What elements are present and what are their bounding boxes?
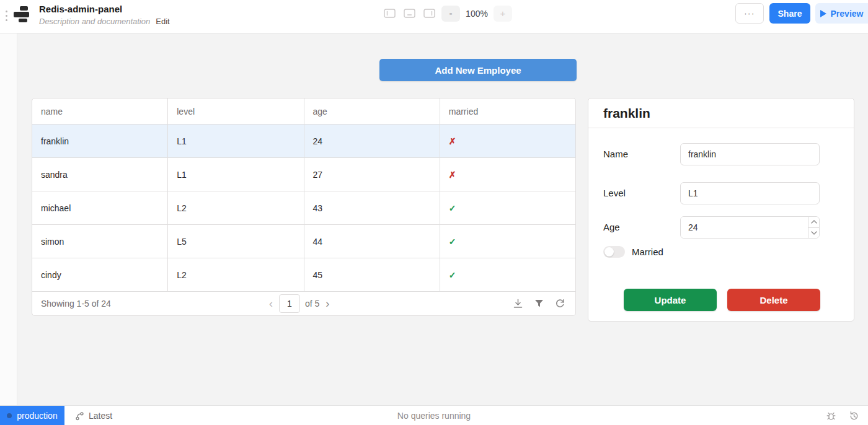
married-indicator: ✗ [449,170,456,180]
toggle-left-pane-icon[interactable] [384,9,396,18]
environment-dot-icon [7,413,12,418]
preview-button[interactable]: Preview [815,3,868,24]
married-indicator: ✓ [449,237,456,247]
table-row[interactable]: michael L2 43 ✓ [32,191,575,225]
name-field[interactable] [680,143,820,165]
level-label: Level [603,188,626,198]
cell-age: 24 [304,125,440,157]
stepper-up-icon[interactable] [808,217,819,228]
cell-level: L2 [168,258,304,291]
cell-age: 44 [304,225,440,258]
cell-level: L5 [168,225,304,258]
married-indicator: ✓ [449,203,456,213]
edit-description-link[interactable]: Edit [156,17,169,26]
download-icon[interactable] [513,299,523,309]
cell-age: 43 [304,191,440,224]
environment-label: production [17,411,57,421]
married-toggle[interactable] [603,246,625,258]
cell-age: 45 [304,258,440,291]
cell-name: franklin [32,125,168,157]
toggle-right-pane-icon[interactable] [423,9,435,18]
environment-selector[interactable]: production [0,406,64,425]
app-title[interactable]: Redis-admin-panel [39,3,170,15]
next-page-icon[interactable]: › [324,298,330,309]
age-label: Age [603,222,620,232]
table-header: name level age married [32,99,575,125]
canvas: Add New Employee name level age married … [17,33,868,405]
play-icon [820,10,826,17]
zoom-controls: - 100% + [441,6,512,22]
cell-name: sandra [32,158,168,191]
cell-name: cindy [32,258,168,291]
table-footer: Showing 1-5 of 24 ‹ of 5 › [32,292,575,315]
employee-table: name level age married franklin L1 24 ✗ … [32,98,576,316]
app-description: Description and documentation [39,17,150,26]
prev-page-icon[interactable]: ‹ [268,298,274,309]
pagination: ‹ of 5 › [268,294,330,313]
cell-level: L2 [168,191,304,224]
married-label: Married [632,247,663,257]
employee-form: franklin Name Level Age Married [588,98,854,322]
form-title: franklin [603,106,650,121]
row-count-label: Showing 1-5 of 24 [41,299,111,309]
column-header-level[interactable]: level [168,99,304,124]
query-status-message: No queries running [0,406,868,425]
pane-toggle-group [384,9,435,18]
add-new-employee-button[interactable]: Add New Employee [379,59,577,81]
refresh-icon[interactable] [555,299,565,309]
cell-name: simon [32,225,168,258]
stepper-down-icon[interactable] [808,228,819,239]
left-rail[interactable] [0,33,17,405]
cell-level: L1 [168,158,304,191]
zoom-level-label: 100% [466,9,488,19]
column-header-married[interactable]: married [440,99,575,124]
age-stepper [808,217,819,238]
married-indicator: ✓ [449,270,456,280]
table-row[interactable]: sandra L1 27 ✗ [32,158,575,191]
table-row[interactable]: cindy L2 45 ✓ [32,258,575,292]
column-header-age[interactable]: age [304,99,440,124]
more-options-button[interactable]: ··· [735,3,764,24]
delete-button[interactable]: Delete [727,289,820,311]
status-bar: production Latest No queries running [0,405,868,425]
app-logo[interactable] [13,6,30,23]
cell-age: 27 [304,158,440,191]
divider [588,128,854,128]
filter-icon[interactable] [534,299,544,309]
debug-icon[interactable] [826,411,836,421]
update-button[interactable]: Update [624,289,717,311]
age-field[interactable] [681,217,808,238]
zoom-in-button[interactable]: + [494,6,512,22]
zoom-out-button[interactable]: - [441,6,460,22]
level-field[interactable] [680,182,820,204]
table-row[interactable]: simon L5 44 ✓ [32,225,575,258]
top-bar: Redis-admin-panel Description and docume… [0,0,868,33]
page-total-label: of 5 [305,299,319,309]
age-field-wrap [680,216,820,239]
preview-label: Preview [831,9,864,19]
cell-name: michael [32,191,168,224]
page-number-input[interactable] [279,294,300,313]
column-header-name[interactable]: name [32,99,168,124]
version-label: Latest [89,411,112,421]
git-branch-icon [75,411,84,421]
toggle-bottom-pane-icon[interactable] [404,9,415,18]
table-row[interactable]: franklin L1 24 ✗ [32,125,575,158]
deployed-version[interactable]: Latest [70,406,117,425]
app-title-block: Redis-admin-panel Description and docume… [39,3,170,26]
app-root: Redis-admin-panel Description and docume… [0,0,868,425]
history-icon[interactable] [849,411,859,421]
cell-level: L1 [168,125,304,157]
drag-handle-icon[interactable] [6,11,7,21]
married-indicator: ✗ [449,136,456,146]
share-button[interactable]: Share [769,3,810,24]
name-label: Name [603,149,628,159]
